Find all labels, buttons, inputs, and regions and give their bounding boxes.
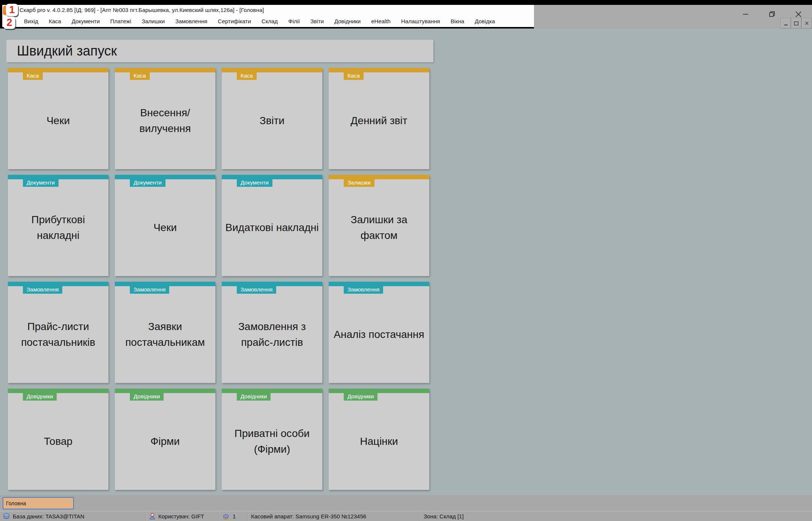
tile-label: Замовлення з прайс-листів — [222, 286, 322, 383]
status-zone: Зона: Склад [1] — [420, 511, 812, 521]
app-window-bar: Скарб pro v. 4.0.2.85 [ІД: 969] - [Апт №… — [2, 5, 534, 27]
minimize-icon — [743, 11, 749, 17]
tile-dokumenty-cheky[interactable]: Документи Чеки — [115, 175, 215, 276]
tile-label: Прибуткові накладні — [8, 179, 108, 276]
status-register-count: 1 — [219, 511, 248, 521]
tile-dovidnyky-natsinky[interactable]: Довідники Націнки — [329, 389, 429, 490]
mdi-close-icon: ✕ — [804, 20, 809, 26]
minimize-button[interactable] — [739, 9, 752, 20]
som-marker-1: 1 — [6, 4, 18, 16]
window-controls-area: ✕ — [534, 5, 812, 29]
mdi-minimize-icon — [784, 24, 788, 26]
menu-item-sertyfikaty[interactable]: Сертифікати — [213, 18, 256, 24]
restore-icon — [769, 11, 776, 18]
tile-dokumenty-vydatkovi-nakladni[interactable]: Документи Видаткові накладні — [222, 175, 322, 276]
tile-zamovlennia-prais-lysty[interactable]: Замовлення Прайс-листи постачальників — [8, 282, 108, 383]
menu-item-vykhid[interactable]: Вихід — [19, 18, 44, 24]
menu-item-zvity[interactable]: Звіти — [305, 18, 329, 24]
menu-item-ehealth[interactable]: eHealth — [366, 18, 396, 24]
window-title: Скарб pro v. 4.0.2.85 [ІД: 969] - [Апт №… — [20, 7, 264, 13]
menu-item-filii[interactable]: Філії — [283, 18, 305, 24]
tile-kasa-zvity[interactable]: Каса Звіти — [222, 68, 322, 169]
tile-label: Чеки — [115, 179, 215, 276]
status-register: Касовий апарат: Samsung ER-350 №123456 — [248, 511, 420, 521]
tile-label: Фірми — [115, 393, 215, 490]
tile-kasa-vnesennia-vyluchennia[interactable]: Каса Внесення/вилучення — [115, 68, 215, 169]
menu-item-dokumenty[interactable]: Документи — [66, 18, 105, 24]
tile-label: Товар — [8, 393, 108, 490]
user-icon — [149, 513, 155, 519]
menu-bar: Вихід Каса Документи Платежі Залишки Зам… — [2, 15, 534, 27]
tile-label: Звіти — [222, 72, 322, 169]
tile-label: Внесення/вилучення — [115, 72, 215, 169]
tile-label: Денний звіт — [329, 72, 429, 169]
menu-item-nalashtuvannia[interactable]: Налаштування — [396, 18, 445, 24]
close-icon — [795, 11, 802, 18]
tile-kasa-dennyi-zvit[interactable]: Каса Денний звіт — [329, 68, 429, 169]
status-register-count-text: 1 — [233, 513, 236, 519]
status-database: База даних: TASA3@TITAN — [0, 511, 146, 521]
menu-item-vikna[interactable]: Вікна — [445, 18, 470, 24]
tile-dovidnyky-tovar[interactable]: Довідники Товар — [8, 389, 108, 490]
tile-zamovlennia-z-prais-lystiv[interactable]: Замовлення Замовлення з прайс-листів — [222, 282, 322, 383]
tile-zalyshky-za-faktom[interactable]: Залишки Залишки за фактом — [329, 175, 429, 276]
tile-dovidnyky-pryvatni-osoby[interactable]: Довідники Приватні особи (Фірми) — [222, 389, 322, 490]
status-user: Користувач: GIFT — [146, 511, 219, 521]
tile-zamovlennia-zaiavky[interactable]: Замовлення Заявки постачальникам — [115, 282, 215, 383]
menu-item-sklad[interactable]: Склад — [256, 18, 283, 24]
quick-launch-grid: Каса Чеки Каса Внесення/вилучення Каса З… — [8, 68, 429, 490]
tile-zamovlennia-analiz-postachannia[interactable]: Замовлення Аналіз постачання — [329, 282, 429, 383]
main-content: Швидкий запуск Каса Чеки Каса Внесення/в… — [0, 29, 812, 495]
mdi-restore-icon — [794, 21, 798, 26]
mdi-minimize-button[interactable] — [780, 18, 791, 29]
tile-label: Видаткові накладні — [222, 179, 322, 276]
status-database-text: База даних: TASA3@TITAN — [13, 513, 84, 519]
tile-dokumenty-prybutkovi-nakladni[interactable]: Документи Прибуткові накладні — [8, 175, 108, 276]
tile-label: Заявки постачальникам — [115, 286, 215, 383]
status-bar: База даних: TASA3@TITAN Користувач: GIFT… — [0, 511, 812, 521]
menu-item-zamovlennia[interactable]: Замовлення — [170, 18, 212, 24]
title-bar: Скарб pro v. 4.0.2.85 [ІД: 969] - [Апт №… — [2, 5, 534, 15]
tile-label: Залишки за фактом — [329, 179, 429, 276]
tile-dovidnyky-firmy[interactable]: Довідники Фірми — [115, 389, 215, 490]
database-icon — [3, 513, 10, 519]
status-zone-text: Зона: Склад [1] — [424, 513, 464, 519]
restore-button[interactable] — [766, 9, 779, 20]
status-user-text: Користувач: GIFT — [158, 513, 204, 519]
tile-label: Прайс-листи постачальників — [8, 286, 108, 383]
status-register-text: Касовий апарат: Samsung ER-350 №123456 — [251, 513, 366, 519]
menu-item-zalyshky[interactable]: Залишки — [137, 18, 170, 24]
menu-item-platezhi[interactable]: Платежі — [105, 18, 137, 24]
menu-item-dovidnyky[interactable]: Довідники — [329, 18, 366, 24]
menu-item-kasa[interactable]: Каса — [44, 18, 66, 24]
som-marker-2: 2 — [3, 17, 15, 29]
tile-label: Приватні особи (Фірми) — [222, 393, 322, 490]
tile-kasa-cheky[interactable]: Каса Чеки — [8, 68, 108, 169]
tile-label: Аналіз постачання — [329, 286, 429, 383]
mdi-restore-button[interactable] — [791, 18, 801, 29]
quick-launch-title: Швидкий запуск — [6, 40, 433, 62]
tile-label: Націнки — [329, 393, 429, 490]
mdi-close-button[interactable]: ✕ — [801, 18, 812, 29]
tile-label: Чеки — [8, 72, 108, 169]
cash-register-icon — [222, 513, 230, 519]
tab-strip: Головна — [0, 495, 812, 511]
tab-holovna[interactable]: Головна — [3, 497, 74, 509]
menu-item-dovidka[interactable]: Довідка — [469, 18, 500, 24]
